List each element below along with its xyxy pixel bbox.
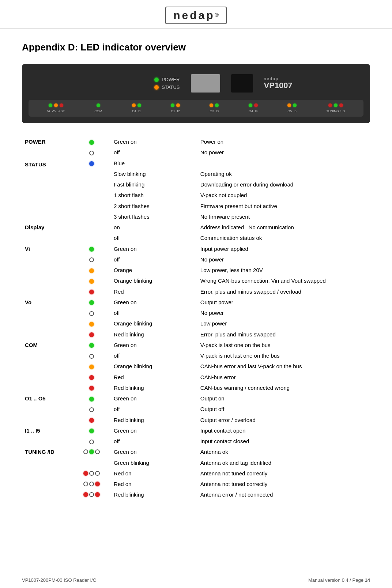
device-black-box: [231, 74, 253, 93]
led-group-com: COM: [94, 103, 102, 113]
i1-led: [137, 103, 141, 107]
indicator-com-red-blink: [72, 382, 111, 393]
led-group-o2i2: O2 I2: [171, 103, 180, 113]
table-row: Red blinking CAN-bus warning / connected…: [22, 382, 370, 393]
indicator-vo-off: [72, 308, 111, 318]
label-vo: Vo: [22, 297, 72, 340]
led-group-o4i4: O4 I4: [249, 103, 258, 113]
led-group-o1i1: O1 I1: [132, 103, 141, 113]
table-row: Red Error, plus and minus swapped / over…: [22, 286, 370, 297]
indicator-vo-orange: [72, 318, 111, 329]
table-row: 2 short flashes Firmware present but not…: [22, 201, 370, 211]
table-row: Red on Antenna not tuned correctly: [22, 468, 370, 479]
table-row: STATUS Blue: [22, 158, 370, 169]
label-vi: Vi: [22, 244, 72, 297]
indicator-vo-green: [72, 297, 111, 308]
indicator-i-green: [72, 425, 111, 436]
label-display: Display: [22, 222, 72, 244]
table-row: Fast blinking Downloading or error durin…: [22, 179, 370, 190]
indicator-power-off: [72, 147, 111, 158]
header: nedap®: [0, 0, 392, 29]
indicator-vi-orange-blink: [72, 275, 111, 286]
indicator-vi-off: [72, 254, 111, 265]
page-title: Appendix D: LED indicator overview: [22, 42, 370, 53]
indicator-com-orange: [72, 361, 111, 372]
indicator-com-red: [72, 372, 111, 382]
footer-left: VP1007-200PM-00 ISO Reader I/O: [22, 577, 97, 583]
indicator-tuning-red2: [72, 479, 111, 489]
table-row: off Output off: [22, 404, 370, 414]
device-display: [191, 74, 220, 93]
footer-right: Manual version 0.4 / Page 14: [308, 577, 370, 583]
indicator-vi-red: [72, 286, 111, 297]
table-row: Slow blinking Operating ok: [22, 169, 370, 179]
indicator-tuning-red1: [72, 468, 111, 479]
led-table: POWER Green on Power on off No power STA…: [22, 136, 370, 500]
power-indicator-row: POWER: [154, 77, 180, 82]
led-group-tuning: TUNING / ID: [326, 103, 345, 113]
indicator-power-on: [72, 136, 111, 147]
table-row: Orange Low power, less than 20V: [22, 265, 370, 275]
table-row: Red CAN-bus error: [22, 372, 370, 382]
table-row: Orange blinking Wrong CAN-bus connection…: [22, 275, 370, 286]
indicator-o-off: [72, 404, 111, 414]
table-row: off No power: [22, 147, 370, 158]
status-indicator-row: STATUS: [154, 84, 180, 90]
table-row: Red blinking Error, plus and minus swapp…: [22, 329, 370, 340]
indicator-com-off: [72, 350, 111, 361]
logo: nedap®: [165, 7, 227, 24]
device-bottom-leds: Vi Vo LAST COM O1 I1 O2 I2: [29, 100, 363, 117]
label-power: POWER: [22, 136, 72, 158]
table-row: Display on Address indicated No communic…: [22, 222, 370, 233]
table-row: 3 short flashes No firmware present: [22, 211, 370, 222]
table-row: TUNING /ID Green on Antenna ok: [22, 446, 370, 457]
last-led: [60, 103, 63, 107]
table-row: Red blinking Output error / overload: [22, 415, 370, 425]
table-row: POWER Green on Power on: [22, 136, 370, 147]
i2-led: [176, 103, 180, 107]
indicator-i-off: [72, 436, 111, 446]
o5-led: [287, 103, 291, 107]
table-row: off No power: [22, 254, 370, 265]
i5-led: [293, 103, 297, 107]
led-group-o3i3: O3 I3: [210, 103, 219, 113]
o1-led: [132, 103, 136, 107]
indicator-com-green: [72, 340, 111, 350]
i4-led: [254, 103, 258, 107]
table-row: off Communication status ok: [22, 233, 370, 243]
com-led: [97, 103, 100, 107]
table-row: off No power: [22, 308, 370, 318]
device-top: POWER STATUS nedap VP1007: [29, 71, 363, 96]
device-brand: nedap VP1007: [264, 76, 293, 90]
indicator-vo-red: [72, 329, 111, 340]
table-row: off Input contact closed: [22, 436, 370, 446]
label-i1i5: I1 .. I5: [22, 425, 72, 447]
indicator-tuning-red-blink: [72, 489, 111, 500]
vi-led: [49, 103, 52, 107]
table-row: Vo Green on Output power: [22, 297, 370, 308]
o4-led: [249, 103, 252, 107]
table-row: Red blinking Antenna error / not connect…: [22, 489, 370, 500]
tuning-led1: [328, 103, 332, 107]
table-row: Vi Green on Input power applied: [22, 244, 370, 254]
table-row: Orange blinking Low power: [22, 318, 370, 329]
footer: VP1007-200PM-00 ISO Reader I/O Manual ve…: [0, 572, 392, 588]
table-row: 1 short flash V-pack not coupled: [22, 190, 370, 200]
vo-led: [54, 103, 58, 107]
led-row-vi-vo-last: [49, 103, 63, 107]
table-row: Orange blinking CAN-bus error and last V…: [22, 361, 370, 372]
led-group-o5i5: O5 I5: [287, 103, 297, 113]
indicator-o-red: [72, 415, 111, 425]
device-image: POWER STATUS nedap VP1007 Vi Vo LAST: [22, 64, 370, 123]
o3-led: [210, 103, 213, 107]
indicator-vi-green: [72, 244, 111, 254]
indicator-tuning-green: [72, 446, 111, 457]
indicator-vi-orange: [72, 265, 111, 275]
led-group-vi-vo-last: Vi Vo LAST: [47, 103, 65, 113]
table-row: Red on Antenna not tuned correctly: [22, 479, 370, 489]
table-row: I1 .. I5 Green on Input contact open: [22, 425, 370, 436]
table-row: O1 .. O5 Green on Output on: [22, 393, 370, 404]
label-tuning: TUNING /ID: [22, 446, 72, 500]
label-o1o5: O1 .. O5: [22, 393, 72, 425]
status-led: [154, 85, 159, 90]
